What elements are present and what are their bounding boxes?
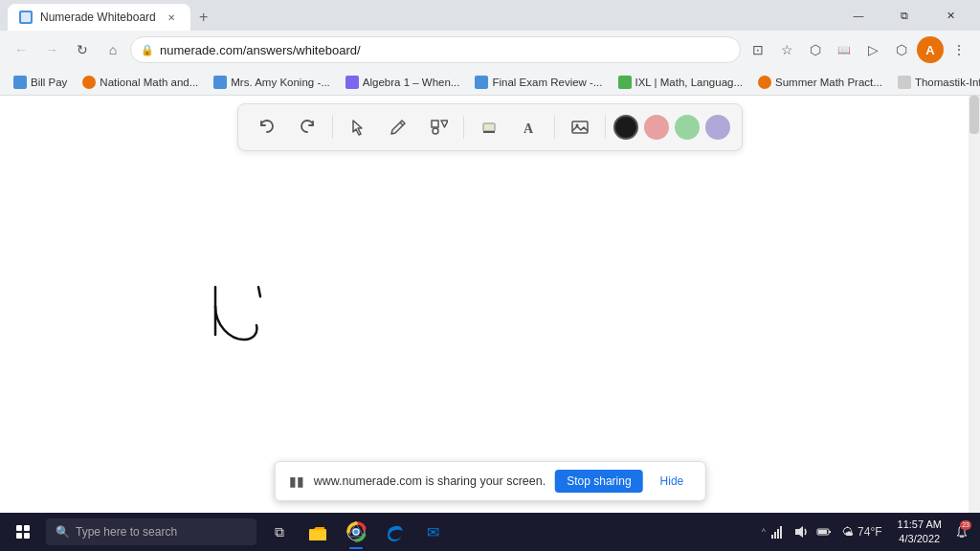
svg-rect-21 [818,530,827,534]
clock-time: 11:57 AM [898,518,942,532]
weather-widget[interactable]: 🌤 74°F [836,525,887,539]
file-explorer-icon [307,521,328,542]
bookmark-ixl[interactable]: IXL | Math, Languag... [612,74,749,91]
window-controls: — ⧉ ✕ [836,0,972,31]
svg-rect-0 [21,12,31,22]
scrollbar[interactable] [969,96,980,513]
extra-app1-icon: ✉ [422,521,443,542]
profile-button[interactable]: A [917,36,944,63]
cast-tab-icon[interactable]: ▷ [859,36,886,63]
svg-point-3 [433,128,438,134]
whiteboard-toolbar: A [237,103,743,151]
toolbar-separator-1 [332,116,333,139]
svg-rect-7 [572,121,588,133]
color-black-swatch[interactable] [613,115,638,140]
address-text: numerade.com/answers/whiteboard/ [160,43,730,57]
taskbar-chrome[interactable] [337,513,375,551]
minimize-button[interactable]: — [836,0,880,31]
select-tool-button[interactable] [341,110,375,144]
svg-rect-15 [771,535,773,539]
bookmark-national-math[interactable]: National Math and... [77,74,204,91]
svg-rect-16 [774,532,776,539]
menu-button[interactable]: ⋮ [946,36,972,63]
taskbar-search-placeholder: Type here to search [76,525,177,539]
stop-sharing-button[interactable]: Stop sharing [555,470,642,493]
extensions-icon[interactable]: ⬡ [802,36,829,63]
battery-icon[interactable] [813,518,835,545]
bookmark-summer-math[interactable]: Summer Math Pract... [752,74,888,91]
nav-actions: ⊡ ☆ ⬡ 📖 ▷ ⬡ A ⋮ [745,36,972,63]
shapes-tool-button[interactable] [421,110,456,144]
undo-button[interactable] [250,110,284,144]
address-bar[interactable]: 🔒 numerade.com/answers/whiteboard/ [130,36,741,63]
color-purple-swatch[interactable] [705,115,730,140]
tab-favicon [19,11,33,24]
extra-extension-icon[interactable]: ⬡ [888,36,915,63]
handwriting-svg [0,96,980,513]
bookmark-mrs-amy-icon [213,76,227,89]
maximize-button[interactable]: ⧉ [882,0,926,31]
windows-logo-icon [16,525,30,539]
color-pink-swatch[interactable] [644,115,669,140]
clock-area[interactable]: 11:57 AM 4/3/2022 [890,518,949,547]
home-button[interactable]: ⌂ [100,36,126,63]
redo-button[interactable] [290,110,324,144]
sharing-text: www.numerade.com is sharing your screen. [314,474,546,488]
bookmark-star-icon[interactable]: ☆ [773,36,800,63]
bookmark-mrs-amy-label: Mrs. Amy Koning -... [231,77,330,88]
tab-bar: Numerade Whiteboard ✕ + [8,0,829,31]
nav-bar: ← → ↻ ⌂ 🔒 numerade.com/answers/whiteboar… [0,31,980,69]
close-button[interactable]: ✕ [928,0,972,31]
task-view-icon: ⧉ [269,521,290,542]
bookmark-algebra1[interactable]: Algebra 1 – When... [340,74,466,91]
bookmark-national-math-label: National Math and... [100,77,198,88]
browser-frame: Numerade Whiteboard ✕ + — ⧉ ✕ ← → ↻ ⌂ 🔒 … [0,0,980,551]
taskbar-task-view[interactable]: ⧉ [260,513,299,551]
taskbar-file-explorer[interactable] [299,513,337,551]
bookmark-bill-pay[interactable]: Bill Pay [8,74,73,91]
svg-line-1 [400,122,403,125]
bookmark-bill-pay-icon [13,76,27,89]
hide-banner-button[interactable]: Hide [653,470,692,493]
bookmark-ixl-label: IXL | Math, Languag... [635,77,744,88]
bookmark-manager-icon[interactable]: 📖 [831,36,858,63]
text-tool-button[interactable]: A [512,110,546,144]
canvas-area[interactable] [0,96,980,513]
title-bar: Numerade Whiteboard ✕ + — ⧉ ✕ [0,0,980,31]
back-button[interactable]: ← [8,36,34,63]
highlight-tool-button[interactable] [472,110,506,144]
active-tab[interactable]: Numerade Whiteboard ✕ [8,4,190,31]
refresh-button[interactable]: ↻ [69,36,96,63]
bookmark-summer-math-label: Summer Math Pract... [775,77,882,88]
bookmark-mrs-amy[interactable]: Mrs. Amy Koning -... [208,74,336,91]
bookmark-final-exam[interactable]: Final Exam Review -... [469,74,608,91]
sound-icon[interactable] [791,518,812,545]
notifications-icon[interactable]: 23 [951,518,972,545]
svg-point-14 [354,530,359,535]
toolbar-separator-3 [554,116,555,139]
taskbar: 🔍 Type here to search ⧉ [0,513,980,551]
new-tab-button[interactable]: + [190,4,217,31]
tray-expand-icon[interactable]: ^ [762,527,766,537]
svg-marker-19 [795,526,803,538]
color-green-swatch[interactable] [675,115,700,140]
network-icon[interactable] [768,518,789,545]
cast-icon[interactable]: ⊡ [745,36,771,63]
bookmark-thomastik[interactable]: Thomastik-Infeld C... [892,74,980,91]
taskbar-search-box[interactable]: 🔍 Type here to search [46,518,256,545]
tab-close-button[interactable]: ✕ [164,10,179,25]
scrollbar-thumb[interactable] [969,96,979,134]
clock-date: 4/3/2022 [899,532,940,546]
image-tool-button[interactable] [563,110,597,144]
edge-icon [384,521,405,542]
bookmark-national-math-icon [82,76,96,89]
pen-tool-button[interactable] [381,110,415,144]
taskbar-edge[interactable] [375,513,413,551]
lock-icon: 🔒 [141,44,154,56]
start-button[interactable] [4,513,42,551]
taskbar-app-extra1[interactable]: ✉ [413,513,452,551]
sharing-icon: ▮▮ [289,474,304,489]
bookmark-bill-pay-label: Bill Pay [31,77,67,88]
toolbar-separator-2 [463,116,464,139]
forward-button[interactable]: → [38,36,65,63]
